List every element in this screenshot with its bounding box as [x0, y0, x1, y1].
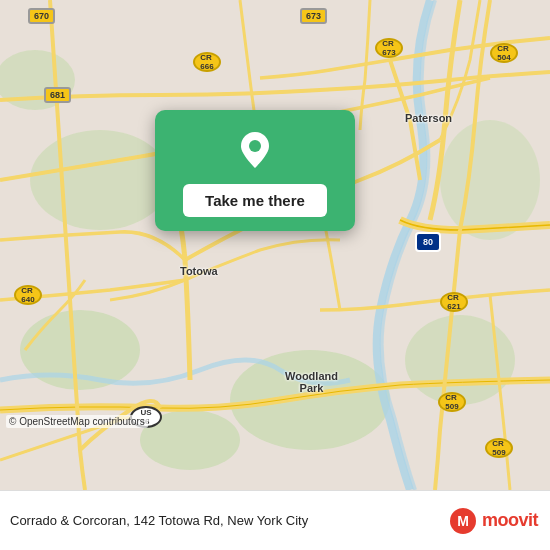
bottom-bar: Corrado & Corcoran, 142 Totowa Rd, New Y… [0, 490, 550, 550]
svg-point-4 [405, 315, 515, 405]
moovit-logo: M moovit [449, 507, 538, 535]
moovit-label: moovit [482, 510, 538, 531]
svg-point-5 [30, 130, 170, 230]
location-card: Take me there [155, 110, 355, 231]
moovit-icon: M [449, 507, 477, 535]
svg-point-9 [249, 140, 261, 152]
svg-point-2 [230, 350, 390, 450]
svg-point-3 [140, 410, 240, 470]
svg-text:M: M [457, 513, 469, 529]
osm-attribution: © OpenStreetMap contributors [6, 415, 148, 428]
svg-point-7 [440, 120, 540, 240]
address-text: Corrado & Corcoran, 142 Totowa Rd, New Y… [10, 513, 449, 528]
map-container: Take me there © OpenStreetMap contributo… [0, 0, 550, 490]
location-pin-icon [233, 128, 277, 172]
take-me-there-button[interactable]: Take me there [183, 184, 327, 217]
